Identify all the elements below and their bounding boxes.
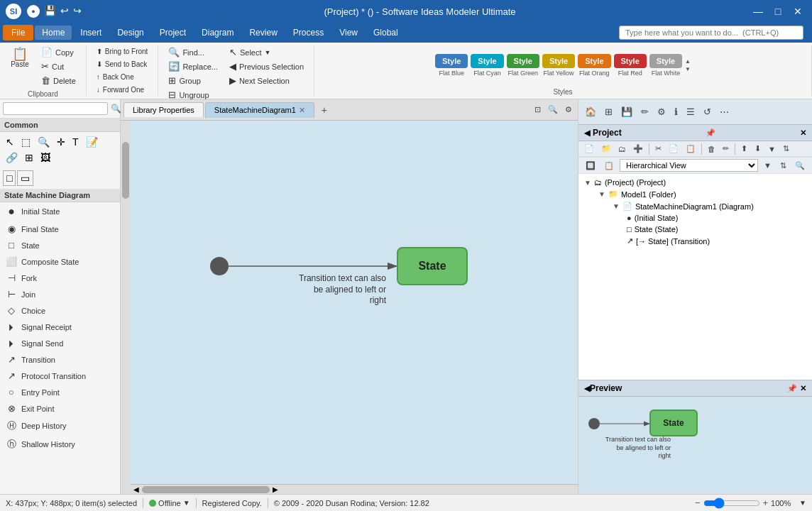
styles-scroll-down[interactable]: ▼ bbox=[685, 66, 691, 72]
zoom-in-button[interactable]: + bbox=[763, 498, 769, 508]
tool-join[interactable]: ⊢ Join bbox=[0, 286, 120, 302]
pan-tool[interactable]: ✛ bbox=[54, 135, 68, 149]
pt-new-diagram[interactable]: 📄 bbox=[581, 143, 597, 155]
status-online-dropdown[interactable]: ▼ bbox=[183, 499, 190, 507]
close-button[interactable]: ✕ bbox=[789, 4, 806, 18]
pt-new-model[interactable]: 🗂 bbox=[615, 143, 629, 155]
menu-insert[interactable]: Insert bbox=[73, 26, 109, 40]
pt-rename[interactable]: ✏ bbox=[720, 143, 732, 155]
link-tool[interactable]: 🔗 bbox=[3, 150, 21, 165]
tree-item-transition[interactable]: ↗ [→ State] (Transition) bbox=[578, 235, 812, 247]
table-tool[interactable]: ⊞ bbox=[22, 150, 36, 165]
diagram-settings-button[interactable]: ⚙ bbox=[562, 104, 575, 116]
send-to-back-button[interactable]: ⬇ Send to Back bbox=[92, 58, 153, 70]
tool-fork[interactable]: ⊣ Fork bbox=[0, 270, 120, 286]
pt-copy[interactable]: 📄 bbox=[666, 143, 681, 155]
tree-item-initial-state[interactable]: ● (Initial State) bbox=[578, 212, 812, 224]
tool-search-input[interactable] bbox=[3, 102, 108, 115]
diagram-hscroll[interactable]: ◀ ▶ bbox=[131, 484, 578, 494]
preview-pin-icon[interactable]: 📌 bbox=[787, 384, 797, 393]
bring-to-front-button[interactable]: ⬆ Bring to Front bbox=[92, 45, 153, 57]
minimize-button[interactable]: — bbox=[750, 4, 767, 18]
right-tool-settings[interactable]: ⚙ bbox=[654, 104, 669, 119]
style-flat-cyan-button[interactable]: Style bbox=[471, 54, 503, 68]
diagram-vscroll[interactable] bbox=[121, 121, 131, 494]
tool-initial-state[interactable]: ● Initial State bbox=[0, 202, 120, 221]
tool-protocol-transition[interactable]: ↗ Protocol Transition bbox=[0, 368, 120, 384]
project-panel-close[interactable]: ✕ bbox=[800, 128, 806, 138]
toolbar-icon-4[interactable]: ↪ bbox=[73, 5, 82, 18]
right-tool-edit[interactable]: ✏ bbox=[637, 104, 652, 119]
tool-entry-point[interactable]: ○ Entry Point bbox=[0, 384, 120, 400]
toolbar-icon-3[interactable]: ↩ bbox=[60, 5, 69, 18]
right-tool-info[interactable]: ℹ bbox=[671, 104, 681, 119]
delete-button[interactable]: 🗑 Delete bbox=[37, 74, 80, 87]
tool-deep-history[interactable]: Ⓗ Deep History bbox=[0, 417, 120, 435]
right-tool-save[interactable]: 💾 bbox=[618, 104, 636, 119]
tree-item-diagram1[interactable]: ▼ 📄 StateMachineDiagram1 (Diagram) bbox=[578, 200, 812, 212]
tree-expand-model1[interactable]: ▼ bbox=[598, 190, 605, 198]
pt-delete[interactable]: 🗑 bbox=[705, 143, 718, 155]
tree-item-model1[interactable]: ▼ 📁 Model1 (Folder) bbox=[578, 188, 812, 200]
style-flat-red-button[interactable]: Style bbox=[614, 54, 647, 68]
zoom-in-diagram-button[interactable]: 🔍 bbox=[545, 104, 561, 116]
previous-selection-button[interactable]: ◀ Previous Selection bbox=[225, 60, 308, 73]
roundrect-tool[interactable]: ▭ bbox=[17, 170, 33, 186]
menu-design[interactable]: Design bbox=[110, 26, 150, 40]
style-flat-white-button[interactable]: Style bbox=[649, 54, 682, 68]
toolbar-icon-1[interactable]: ● bbox=[27, 5, 40, 18]
tool-transition[interactable]: ↗ Transition bbox=[0, 351, 120, 368]
menu-process[interactable]: Process bbox=[286, 26, 331, 40]
tool-composite-state[interactable]: ⬜ Composite State bbox=[0, 253, 120, 270]
pv-icon1[interactable]: 🔲 bbox=[583, 160, 598, 172]
tool-shallow-history[interactable]: ⓗ Shallow History bbox=[0, 435, 120, 454]
menu-global[interactable]: Global bbox=[366, 26, 405, 40]
cut-button[interactable]: ✂ Cut bbox=[37, 60, 80, 73]
pointer-tool[interactable]: ↖ bbox=[3, 135, 17, 149]
pt-new-folder[interactable]: 📁 bbox=[598, 143, 614, 155]
pt-new-item[interactable]: ➕ bbox=[630, 143, 646, 155]
copy-button[interactable]: 📄 Copy bbox=[37, 45, 80, 59]
search-command-input[interactable] bbox=[619, 26, 803, 40]
pt-filter[interactable]: ▼ bbox=[765, 143, 779, 155]
right-tool-home[interactable]: 🏠 bbox=[581, 104, 600, 119]
group-button[interactable]: ⊞ Group bbox=[164, 74, 222, 87]
menu-project[interactable]: Project bbox=[153, 26, 193, 40]
find-button[interactable]: 🔍 Find... bbox=[164, 45, 222, 59]
tree-item-project[interactable]: ▼ 🗂 (Project) (Project) bbox=[578, 177, 812, 188]
next-selection-button[interactable]: ▶ Next Selection bbox=[225, 74, 308, 87]
forward-one-button[interactable]: ↓ Forward One bbox=[92, 84, 153, 96]
diagram-canvas[interactable]: State Transition text can alsobe aligned… bbox=[131, 121, 578, 484]
tab-statemachinediagram1[interactable]: StateMachineDiagram1 ✕ bbox=[205, 102, 314, 118]
tree-expand-project[interactable]: ▼ bbox=[584, 179, 591, 187]
style-flat-blue-button[interactable]: Style bbox=[435, 54, 468, 68]
project-panel-pin[interactable]: 📌 bbox=[706, 128, 715, 138]
pt-move-up[interactable]: ⬆ bbox=[738, 143, 750, 155]
pv-search-btn[interactable]: 🔍 bbox=[792, 160, 808, 172]
replace-button[interactable]: 🔄 Replace... bbox=[164, 60, 222, 73]
tool-signal-send[interactable]: ⏵ Signal Send bbox=[0, 335, 120, 351]
right-tool-list[interactable]: ☰ bbox=[683, 104, 698, 119]
select-button[interactable]: ↖ Select ▼ bbox=[225, 45, 308, 59]
tool-signal-receipt[interactable]: ⏵ Signal Receipt bbox=[0, 319, 120, 335]
zoom-dropdown-icon[interactable]: ▼ bbox=[799, 499, 806, 507]
menu-file[interactable]: File bbox=[3, 25, 33, 40]
right-tool-refresh[interactable]: ↺ bbox=[700, 104, 715, 119]
menu-diagram[interactable]: Diagram bbox=[194, 26, 241, 40]
preview-close-icon[interactable]: ✕ bbox=[800, 384, 806, 393]
paste-button[interactable]: 📋 Paste bbox=[6, 45, 34, 70]
diagram-initial-state[interactable] bbox=[210, 257, 229, 275]
hscroll-left-arrow[interactable]: ◀ bbox=[131, 485, 142, 493]
pv-sort-btn[interactable]: ⇅ bbox=[777, 160, 789, 172]
tool-state[interactable]: □ State bbox=[0, 237, 120, 253]
tree-item-state[interactable]: □ State (State) bbox=[578, 224, 812, 235]
rect-tool[interactable]: □ bbox=[3, 170, 16, 186]
tab-library-properties[interactable]: Library Properties bbox=[124, 102, 204, 117]
toolbar-icon-2[interactable]: 💾 bbox=[44, 5, 56, 18]
fit-diagram-button[interactable]: ⊡ bbox=[532, 104, 544, 116]
menu-review[interactable]: Review bbox=[242, 26, 284, 40]
tool-exit-point[interactable]: ⊗ Exit Point bbox=[0, 400, 120, 417]
back-one-button[interactable]: ↑ Back One bbox=[92, 71, 153, 83]
hscroll-thumb[interactable] bbox=[142, 486, 270, 493]
pv-icon2[interactable]: 📋 bbox=[601, 160, 617, 172]
